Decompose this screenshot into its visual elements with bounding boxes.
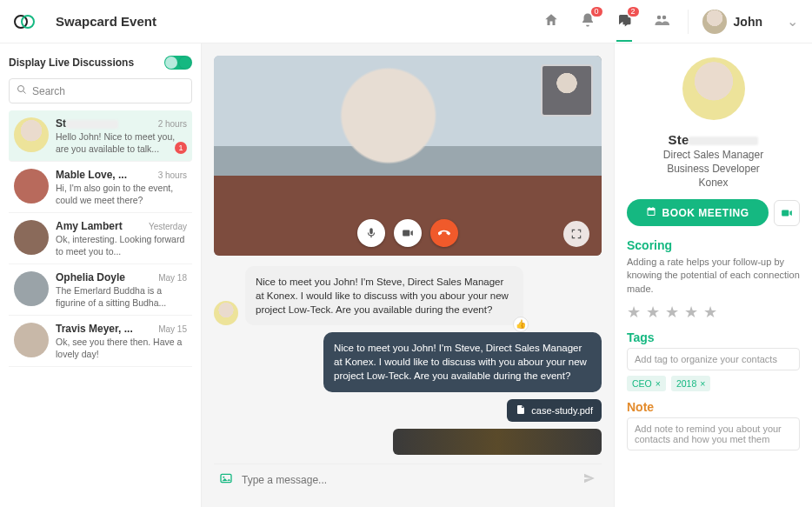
unread-badge: 1 (175, 142, 187, 154)
attachment-chip[interactable]: case-study.pdf (507, 399, 602, 422)
conversation-name: Ophelia Doyle (56, 271, 125, 284)
tags-heading: Tags (627, 330, 800, 344)
conversation-time: Yesterday (149, 222, 187, 231)
svg-point-3 (662, 15, 666, 19)
scoring-description: Adding a rate helps your follow-up by kn… (627, 256, 800, 296)
conversation-item[interactable]: Amy LambertYesterday Ok, interesting. Lo… (9, 213, 192, 264)
search-icon (17, 84, 27, 97)
user-menu[interactable]: John ⌄ (688, 10, 798, 34)
avatar (214, 301, 238, 325)
sidebar: Display Live Discussions Search St2 hour… (0, 43, 202, 507)
note-input[interactable]: Add note to remind you about your contac… (627, 417, 800, 450)
remove-icon[interactable]: × (656, 378, 661, 389)
tag-chip[interactable]: 2018 × (671, 376, 711, 391)
calendar-icon (646, 206, 656, 219)
conversation-item[interactable]: Ophelia DoyleMay 18 The Emerlard Buddha … (9, 264, 192, 316)
topbar: Swapcard Event 0 2 John ⌄ (0, 0, 812, 43)
profile-name: Ste (627, 132, 800, 147)
tags-input[interactable]: Add tag to organize your contacts (627, 348, 800, 370)
scoring-heading: Scoring (627, 238, 800, 252)
remove-icon[interactable]: × (700, 378, 705, 389)
conversation-time: 2 hours (158, 119, 187, 129)
message-composer (214, 464, 602, 495)
conversation-name: Amy Lambert (56, 220, 123, 232)
message-input[interactable] (242, 474, 574, 486)
conversation-preview: Ok, see you there then. Have a lovely da… (56, 337, 187, 359)
profile-panel: Ste Direct Sales Manager Business Develo… (614, 43, 812, 507)
video-call-button[interactable] (774, 200, 800, 226)
note-heading: Note (627, 400, 800, 414)
discussions-toggle-label: Display Live Discussions (9, 57, 134, 69)
conversation-preview: Hello John! Nice to meet you, are you av… (56, 131, 187, 154)
user-name: John (734, 15, 762, 29)
profile-role: Business Developer (627, 163, 800, 175)
svg-point-7 (223, 477, 224, 478)
star-icon[interactable]: ★ (703, 303, 717, 322)
profile-company: Konex (627, 177, 800, 189)
image-attach-icon[interactable] (219, 471, 233, 488)
file-icon (516, 404, 526, 417)
search-placeholder: Search (32, 85, 65, 97)
camera-button[interactable] (394, 219, 422, 247)
app-title: Swapcard Event (56, 14, 543, 29)
conversation-preview: The Emerlard Buddha is a figurine of a s… (56, 285, 187, 308)
bell-badge: 0 (591, 7, 602, 17)
profile-role: Direct Sales Manager (627, 149, 800, 161)
chevron-down-icon: ⌄ (787, 13, 798, 30)
incoming-message: Nice to meet you John! I'm Steve, Direct… (245, 266, 523, 325)
attachment-name: case-study.pdf (531, 405, 593, 416)
conversation-preview: Hi, I'm also goin to the event, could we… (56, 183, 187, 205)
star-icon[interactable]: ★ (665, 303, 679, 322)
bell-icon[interactable]: 0 (580, 12, 596, 31)
profile-avatar (682, 57, 745, 120)
hangup-button[interactable] (430, 219, 458, 247)
people-icon[interactable] (653, 12, 670, 31)
conversation-item[interactable]: Travis Meyer, ...May 15 Ok, see you ther… (9, 316, 192, 367)
avatar (702, 10, 727, 34)
image-message[interactable] (393, 429, 602, 455)
outgoing-message: Nice to meet you John! I'm Steve, Direct… (323, 332, 602, 391)
conversation-time: May 18 (158, 273, 187, 283)
book-meeting-button[interactable]: BOOK MEETING (627, 199, 769, 226)
conversation-name: Travis Meyer, ... (56, 323, 133, 335)
avatar (14, 323, 49, 357)
conversation-time: 3 hours (158, 170, 187, 180)
rating-stars[interactable]: ★ ★ ★ ★ ★ (627, 303, 800, 322)
video-call (214, 56, 602, 256)
avatar (14, 169, 49, 203)
send-button[interactable] (582, 471, 596, 488)
mic-button[interactable] (357, 219, 385, 247)
avatar (14, 117, 49, 152)
chat-thread: Nice to meet you John! I'm Steve, Direct… (214, 266, 602, 464)
conversation-name: St (56, 117, 118, 130)
chat-icon[interactable]: 2 (616, 12, 632, 42)
video-self[interactable] (541, 64, 593, 117)
book-meeting-label: BOOK MEETING (662, 207, 749, 219)
star-icon[interactable]: ★ (646, 303, 660, 322)
conversation-time: May 15 (158, 324, 187, 334)
svg-point-2 (656, 15, 661, 19)
chat-badge: 2 (628, 7, 639, 17)
fullscreen-button[interactable] (563, 221, 589, 247)
svg-line-5 (23, 91, 26, 94)
conversation-name: Mable Love, ... (56, 169, 127, 181)
conversation-item[interactable]: Mable Love, ...3 hours Hi, I'm also goin… (9, 162, 192, 213)
home-icon[interactable] (543, 12, 559, 31)
star-icon[interactable]: ★ (684, 303, 698, 322)
conversation-preview: Ok, interesting. Looking forward to meet… (56, 234, 187, 257)
star-icon[interactable]: ★ (627, 303, 641, 322)
avatar (14, 271, 49, 306)
conversation-item[interactable]: St2 hours Hello John! Nice to meet you, … (9, 110, 192, 162)
app-logo (14, 11, 35, 32)
search-input[interactable]: Search (9, 78, 192, 103)
main-chat: Nice to meet you John! I'm Steve, Direct… (202, 43, 614, 507)
discussions-toggle[interactable] (164, 56, 192, 70)
tag-chip[interactable]: CEO × (627, 376, 666, 391)
avatar (14, 220, 49, 255)
conversation-list: St2 hours Hello John! Nice to meet you, … (9, 110, 192, 367)
thumbs-up-icon[interactable]: 👍 (513, 317, 529, 332)
svg-point-4 (18, 86, 24, 92)
